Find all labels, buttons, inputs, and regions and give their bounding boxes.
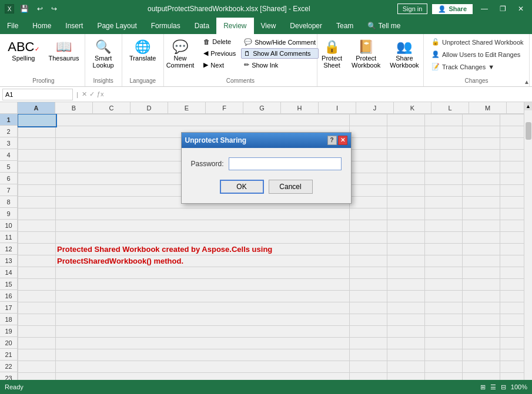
- dialog-close-btn[interactable]: ✕: [338, 136, 347, 145]
- cell-A15[interactable]: [18, 279, 56, 291]
- menu-item-developer[interactable]: Developer: [283, 18, 329, 34]
- cell-E19[interactable]: [425, 326, 463, 338]
- cell-G13[interactable]: [500, 255, 524, 267]
- dialog-cancel-button[interactable]: Cancel: [269, 180, 313, 194]
- cell-E12[interactable]: [425, 244, 463, 255]
- cell-G9[interactable]: [500, 208, 524, 220]
- cell-A21[interactable]: [18, 349, 56, 361]
- col-header-K[interactable]: K: [394, 102, 431, 113]
- dialog-ok-button[interactable]: OK: [220, 180, 264, 194]
- cell-C21[interactable]: [350, 349, 387, 361]
- cell-D13[interactable]: [387, 255, 425, 267]
- cell-E8[interactable]: [425, 197, 463, 208]
- scrollbar-thumb[interactable]: [526, 122, 531, 140]
- cell-D3[interactable]: [387, 138, 425, 150]
- cell-F3[interactable]: [463, 138, 500, 150]
- track-changes-button[interactable]: 📝 Track Changes ▼: [429, 61, 497, 72]
- col-header-A[interactable]: A: [18, 102, 55, 113]
- cell-E2[interactable]: [425, 126, 463, 138]
- insert-function-icon[interactable]: ƒx: [97, 90, 104, 98]
- menu-item-review[interactable]: Review: [216, 18, 253, 34]
- cell-G22[interactable]: [500, 361, 524, 373]
- row-header-14[interactable]: 14: [0, 267, 17, 278]
- cell-C22[interactable]: [350, 361, 387, 373]
- cell-E6[interactable]: [425, 173, 463, 185]
- cell-E13[interactable]: [425, 255, 463, 267]
- cell-E20[interactable]: [425, 338, 463, 349]
- cell-E15[interactable]: [425, 279, 463, 291]
- ribbon-collapse-btn[interactable]: ▲: [524, 79, 530, 85]
- cell-F15[interactable]: [463, 279, 500, 291]
- cell-E21[interactable]: [425, 349, 463, 361]
- col-header-H[interactable]: H: [281, 102, 319, 113]
- cell-D21[interactable]: [387, 349, 425, 361]
- cell-A12[interactable]: [18, 244, 56, 255]
- cell-A1[interactable]: [18, 115, 56, 126]
- cell-C7[interactable]: [350, 185, 387, 197]
- cell-C4[interactable]: [350, 150, 387, 161]
- menu-item-data[interactable]: Data: [188, 18, 216, 34]
- cell-F8[interactable]: [463, 197, 500, 208]
- cell-D15[interactable]: [387, 279, 425, 291]
- cell-A11[interactable]: [18, 232, 56, 244]
- show-hide-comment-button[interactable]: 💬 Show/Hide Comment: [241, 36, 319, 48]
- col-header-G[interactable]: G: [243, 102, 281, 113]
- col-header-F[interactable]: F: [206, 102, 243, 113]
- cell-E4[interactable]: [425, 150, 463, 161]
- row-header-4[interactable]: 4: [0, 149, 17, 161]
- col-header-C[interactable]: C: [93, 102, 131, 113]
- cell-C3[interactable]: [350, 138, 387, 150]
- cell-E7[interactable]: [425, 185, 463, 197]
- row-header-11[interactable]: 11: [0, 231, 17, 243]
- row-header-18[interactable]: 18: [0, 314, 17, 325]
- cell-F21[interactable]: [463, 349, 500, 361]
- col-header-E[interactable]: E: [168, 102, 206, 113]
- cell-A8[interactable]: [18, 197, 56, 208]
- cell-E18[interactable]: [425, 314, 463, 326]
- menu-item-insert[interactable]: Insert: [58, 18, 90, 34]
- minimize-button[interactable]: —: [477, 4, 491, 14]
- cell-F16[interactable]: [463, 291, 500, 302]
- cell-C1[interactable]: [350, 115, 387, 126]
- cell-F4[interactable]: [463, 150, 500, 161]
- cell-G16[interactable]: [500, 291, 524, 302]
- protect-workbook-button[interactable]: 📔 ProtectWorkbook: [347, 36, 384, 72]
- cell-G18[interactable]: [500, 314, 524, 326]
- row-header-22[interactable]: 22: [0, 361, 17, 372]
- row-header-1[interactable]: 1: [0, 114, 17, 126]
- redo-button[interactable]: ↪: [48, 4, 61, 14]
- cell-A22[interactable]: [18, 361, 56, 373]
- row-header-15[interactable]: 15: [0, 278, 17, 290]
- allow-users-button[interactable]: 👤 Allow Users to Edit Ranges: [429, 49, 523, 60]
- restore-button[interactable]: ❐: [496, 4, 510, 14]
- cell-G6[interactable]: [500, 173, 524, 185]
- cell-G8[interactable]: [500, 197, 524, 208]
- row-header-16[interactable]: 16: [0, 290, 17, 302]
- cell-F12[interactable]: [463, 244, 500, 255]
- cell-D17[interactable]: [387, 302, 425, 314]
- translate-button[interactable]: 🌐 Translate: [125, 36, 160, 65]
- cell-D7[interactable]: [387, 185, 425, 197]
- row-header-12[interactable]: 12: [0, 243, 17, 255]
- menu-item-view[interactable]: View: [254, 18, 283, 34]
- col-header-J[interactable]: J: [356, 102, 394, 113]
- cell-C6[interactable]: [350, 173, 387, 185]
- cell-B12[interactable]: Protected Shared Workbook created by Asp…: [56, 244, 350, 255]
- row-header-3[interactable]: 3: [0, 137, 17, 149]
- cell-G11[interactable]: [500, 232, 524, 244]
- cell-B22[interactable]: [56, 361, 350, 373]
- cell-E16[interactable]: [425, 291, 463, 302]
- row-header-7[interactable]: 7: [0, 184, 17, 196]
- cell-D6[interactable]: [387, 173, 425, 185]
- cell-C20[interactable]: [350, 338, 387, 349]
- cell-C14[interactable]: [350, 267, 387, 279]
- cell-D1[interactable]: [387, 115, 425, 126]
- row-header-19[interactable]: 19: [0, 325, 17, 337]
- cell-C19[interactable]: [350, 326, 387, 338]
- cell-G1[interactable]: [500, 115, 524, 126]
- row-header-5[interactable]: 5: [0, 161, 17, 173]
- cell-D10[interactable]: [387, 220, 425, 232]
- cell-G7[interactable]: [500, 185, 524, 197]
- cell-F2[interactable]: [463, 126, 500, 138]
- save-button[interactable]: 💾: [16, 4, 32, 14]
